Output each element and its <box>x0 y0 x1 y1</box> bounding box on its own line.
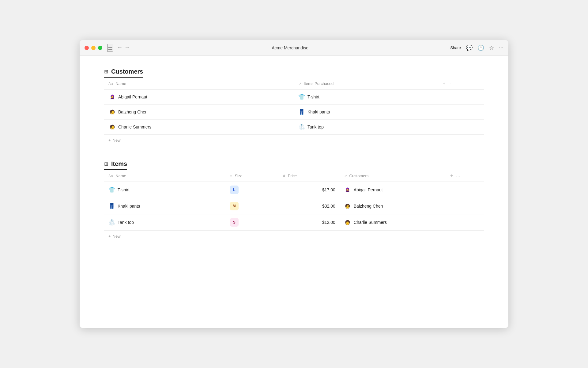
item-name-cell: 🥼 Tank top <box>104 214 226 231</box>
items-more-col-button[interactable]: ··· <box>456 174 460 178</box>
item-row-actions <box>446 182 484 198</box>
item-name-cell: 👖 Khaki pants <box>104 198 226 214</box>
avatar: 🧑 <box>108 108 116 116</box>
items-price-col-label: Price <box>288 174 297 178</box>
avatar: 🧑 <box>108 123 116 131</box>
item-customer-cell: 🧕 Abigail Pernaut <box>340 182 446 198</box>
item-row-actions <box>446 198 484 214</box>
content-area: ⊞ Customers Aa Name ↗ Items Purchased <box>80 56 508 328</box>
customers-section-title: Customers <box>111 68 143 75</box>
customer-name: Baizheng Chen <box>354 204 383 209</box>
window-title: Acme Merchandise <box>134 45 447 50</box>
items-table-body: 👕 T-shirt L $17.00 🧕 Abigail Pernaut <box>104 182 484 231</box>
customer-name-cell: 🧑 Charlie Summers <box>104 120 294 135</box>
maximize-button[interactable] <box>98 46 102 50</box>
titlebar: ☰ ← → Acme Merchandise Share 💬 🕐 ☆ ··· <box>80 40 508 56</box>
item-with-emoji: 🥼 Tank top <box>298 124 434 130</box>
item-emoji: 👖 <box>298 109 305 115</box>
table-row: 🧑 Charlie Summers 🥼 Tank top <box>104 120 484 135</box>
history-button[interactable]: 🕐 <box>477 44 484 51</box>
customer-name: Abigail Pernaut <box>118 94 147 99</box>
item-name-with-emoji: 👖 Khaki pants <box>108 203 221 209</box>
traffic-lights <box>85 46 102 50</box>
customers-col-items-purchased: ↗ Items Purchased <box>294 78 438 90</box>
item-with-emoji: 👖 Khaki pants <box>298 109 434 115</box>
customers-items-purchased-col-label: Items Purchased <box>304 81 334 86</box>
back-button[interactable]: ← <box>117 44 123 51</box>
customer-items-cell: 👖 Khaki pants <box>294 105 438 120</box>
customer-name-cell: 🧕 Abigail Pernaut <box>104 90 294 105</box>
customer-items-cell: 🥼 Tank top <box>294 120 438 135</box>
item-emoji: 🥼 <box>108 219 115 226</box>
items-add-row-button[interactable]: + New <box>104 231 484 242</box>
customer-name-cell: 🧑 Baizheng Chen <box>104 105 294 120</box>
comment-button[interactable]: 💬 <box>466 44 473 51</box>
customer-name: Baizheng Chen <box>118 109 148 114</box>
item-price-cell: $32.00 <box>279 198 339 214</box>
items-section-header: ⊞ Items <box>104 160 127 170</box>
items-name-col-label: Name <box>115 174 126 178</box>
customer-row-actions <box>438 90 484 105</box>
customer-name-with-avatar: 🧑 Charlie Summers <box>108 123 290 131</box>
table-row: 🧑 Baizheng Chen 👖 Khaki pants <box>104 105 484 120</box>
share-button[interactable]: Share <box>450 45 461 50</box>
table-row: 🧕 Abigail Pernaut 👕 T-shirt <box>104 90 484 105</box>
items-table-icon: ⊞ <box>104 161 108 167</box>
item-name-with-emoji: 👕 T-shirt <box>108 186 221 193</box>
avatar: 🧑 <box>344 202 351 210</box>
item-with-emoji: 👕 T-shirt <box>298 94 434 100</box>
avatar: 🧑 <box>344 219 351 226</box>
customers-table-body: 🧕 Abigail Pernaut 👕 T-shirt <box>104 90 484 135</box>
items-name-col-icon: Aa <box>108 174 113 178</box>
customer-with-avatar: 🧕 Abigail Pernaut <box>344 186 442 194</box>
hamburger-menu-button[interactable]: ☰ <box>107 44 113 52</box>
item-size-cell: S <box>226 214 279 231</box>
table-row: 🥼 Tank top S $12.00 🧑 Charlie Summers <box>104 214 484 231</box>
avatar: 🧕 <box>108 93 116 101</box>
customer-row-actions <box>438 105 484 120</box>
minimize-button[interactable] <box>91 46 96 50</box>
items-size-col-icon: ≡ <box>230 174 232 178</box>
item-emoji: 👕 <box>108 186 115 193</box>
customers-add-row-button[interactable]: + New <box>104 135 484 146</box>
app-window: ☰ ← → Acme Merchandise Share 💬 🕐 ☆ ··· ⊞… <box>80 40 508 328</box>
customers-add-col-button[interactable]: + <box>443 81 445 86</box>
size-badge: S <box>230 218 239 227</box>
item-customer-cell: 🧑 Charlie Summers <box>340 214 446 231</box>
item-size-cell: M <box>226 198 279 214</box>
item-name: T-shirt <box>307 94 319 99</box>
items-size-col-label: Size <box>235 174 242 178</box>
items-col-header-row: Aa Name ≡ Size # Price ↗ <box>104 170 484 182</box>
item-size-cell: L <box>226 182 279 198</box>
customers-more-col-button[interactable]: ··· <box>449 81 453 86</box>
customer-with-avatar: 🧑 Baizheng Chen <box>344 202 442 210</box>
item-name-cell: 👕 T-shirt <box>104 182 226 198</box>
more-options-button[interactable]: ··· <box>499 44 503 51</box>
item-emoji: 👕 <box>298 94 305 100</box>
item-name: Tank top <box>307 125 324 129</box>
item-emoji: 🥼 <box>298 124 305 130</box>
forward-button[interactable]: → <box>124 44 130 51</box>
item-name: Khaki pants <box>307 109 330 114</box>
star-button[interactable]: ☆ <box>489 44 494 51</box>
add-row-label: New <box>113 138 121 143</box>
titlebar-actions: Share 💬 🕐 ☆ ··· <box>450 44 503 51</box>
items-add-col-button[interactable]: + <box>450 173 453 178</box>
customers-section: ⊞ Customers Aa Name ↗ Items Purchased <box>104 68 484 146</box>
items-col-price: # Price <box>279 170 339 182</box>
items-customers-col-label: Customers <box>349 174 368 178</box>
item-name: T-shirt <box>118 187 130 192</box>
add-row-plus-icon: + <box>108 138 111 143</box>
items-col-actions: + ··· <box>446 170 484 182</box>
item-name: Tank top <box>118 220 134 225</box>
items-purchased-col-icon: ↗ <box>298 82 301 86</box>
customers-table: Aa Name ↗ Items Purchased + ··· <box>104 78 484 135</box>
items-customers-col-icon: ↗ <box>344 174 347 178</box>
items-col-size: ≡ Size <box>226 170 279 182</box>
customer-row-actions <box>438 120 484 135</box>
item-name: Khaki pants <box>118 204 140 209</box>
item-name-with-emoji: 🥼 Tank top <box>108 219 221 226</box>
close-button[interactable] <box>85 46 89 50</box>
items-col-name: Aa Name <box>104 170 226 182</box>
item-row-actions <box>446 214 484 231</box>
